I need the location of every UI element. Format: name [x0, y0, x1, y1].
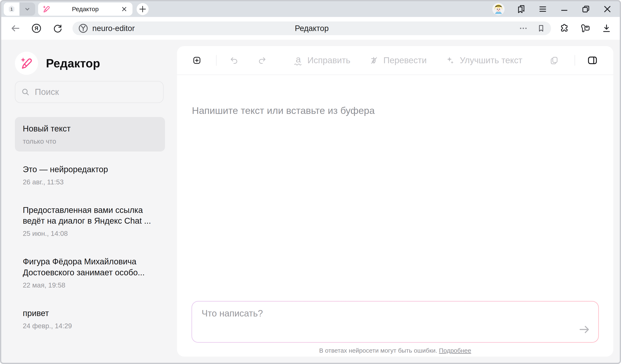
- magic-pencil-icon: [20, 56, 33, 70]
- tab-close-icon[interactable]: [120, 5, 128, 13]
- document-item[interactable]: Это — нейроредактор 26 авг., 11:53: [15, 158, 165, 192]
- editor-toolbar: а Исправить Перевести: [177, 46, 613, 75]
- toolbar-divider: [575, 55, 575, 66]
- sparkles-icon: [446, 56, 455, 65]
- password-manager-icon[interactable]: [580, 23, 590, 33]
- document-timestamp: 25 июн., 14:08: [23, 230, 157, 237]
- fix-text-label: Исправить: [307, 55, 350, 65]
- tab-active[interactable]: Редактор: [38, 2, 133, 16]
- ai-disclaimer: В ответах нейросети могут быть ошибки. П…: [177, 347, 613, 354]
- app-title: Редактор: [46, 56, 100, 70]
- tab-title: Редактор: [51, 6, 120, 13]
- tab-counter-button[interactable]: 1: [4, 2, 19, 16]
- url-bar-actions: [519, 24, 546, 33]
- url-text: neuro-editor: [92, 24, 135, 33]
- translate-icon: [370, 56, 379, 65]
- app-logo-row: Редактор: [15, 52, 177, 75]
- new-document-button[interactable]: [192, 56, 201, 65]
- document-timestamp: 22 мая, 19:58: [23, 281, 157, 289]
- tab-bar: 1 Редактор: [1, 1, 620, 17]
- editor-panel: а Исправить Перевести: [177, 46, 613, 357]
- bookmarks-panel-icon[interactable]: [516, 4, 526, 14]
- search-icon: [21, 88, 30, 96]
- fix-text-button[interactable]: а Исправить: [294, 55, 350, 65]
- prompt-box: [191, 301, 599, 343]
- translate-label: Перевести: [383, 55, 427, 65]
- svg-text:Я: Я: [34, 25, 38, 31]
- window-controls: [492, 3, 612, 15]
- side-panel-icon: [587, 55, 598, 66]
- document-timestamp: 24 февр., 14:29: [23, 322, 157, 330]
- prompt-input[interactable]: [201, 308, 567, 337]
- translate-button[interactable]: Перевести: [370, 55, 427, 65]
- document-timestamp: 26 авг., 11:53: [23, 178, 157, 186]
- learn-more-link[interactable]: Подробнее: [439, 347, 471, 354]
- undo-icon: [230, 56, 239, 65]
- add-icon: [192, 56, 201, 65]
- menu-icon[interactable]: [538, 4, 548, 14]
- copy-icon: [550, 56, 558, 65]
- document-title: Предоставленная вами ссылка ведёт на диа…: [23, 205, 157, 226]
- tab-list-dropdown-button[interactable]: [19, 2, 35, 16]
- spellcheck-icon: а: [294, 56, 302, 65]
- toggle-side-panel-button[interactable]: [587, 55, 598, 66]
- document-item[interactable]: Новый текст только что: [15, 117, 165, 152]
- send-icon[interactable]: [578, 323, 590, 335]
- document-title: Фигура Фёдора Михайловича Достоевского з…: [23, 256, 157, 278]
- nav-controls: Я: [10, 23, 63, 34]
- tab-counter-group: 1: [4, 2, 35, 16]
- downloads-icon[interactable]: [602, 23, 611, 33]
- browser-extensions: [559, 23, 611, 33]
- app-logo: [15, 52, 38, 75]
- improve-text-label: Улучшить текст: [460, 55, 522, 65]
- chevron-down-icon: [23, 5, 32, 13]
- browser-window: 1 Редактор: [0, 0, 621, 364]
- site-favicon: [78, 23, 89, 34]
- minimize-icon[interactable]: [559, 4, 569, 14]
- toolbar-divider: [216, 55, 217, 66]
- redo-button[interactable]: [258, 56, 266, 65]
- tab-counter-shield-icon: 1: [7, 4, 17, 14]
- copy-button[interactable]: [550, 56, 558, 65]
- document-title: привет: [23, 308, 157, 319]
- app-page: Редактор Новый текст только что Это — не…: [1, 40, 620, 363]
- bookmark-icon[interactable]: [536, 24, 546, 33]
- restore-window-icon[interactable]: [581, 4, 591, 14]
- document-item[interactable]: Фигура Фёдора Михайловича Достоевского з…: [15, 250, 165, 295]
- sidebar: Редактор Новый текст только что Это — не…: [1, 40, 177, 363]
- undo-button[interactable]: [230, 56, 239, 65]
- document-title: Это — нейроредактор: [23, 164, 157, 175]
- document-title: Новый текст: [23, 123, 157, 134]
- improve-text-button[interactable]: Улучшить текст: [446, 55, 522, 65]
- prompt-inner: [192, 301, 598, 342]
- editor-placeholder-text[interactable]: Напишите текст или вставьте из буфера: [192, 105, 375, 116]
- close-window-icon[interactable]: [602, 4, 612, 14]
- extensions-puzzle-icon[interactable]: [559, 23, 569, 33]
- magic-pencil-icon: [42, 5, 51, 13]
- search-input[interactable]: [34, 87, 157, 97]
- address-bar: Я neuro-editor Редактор: [1, 17, 620, 40]
- redo-icon: [258, 56, 266, 65]
- page-title: Редактор: [295, 24, 329, 33]
- document-timestamp: только что: [23, 138, 157, 145]
- more-actions-icon[interactable]: [519, 24, 528, 33]
- reload-icon[interactable]: [52, 23, 63, 33]
- document-item[interactable]: привет 24 февр., 14:29: [15, 301, 165, 336]
- yandex-home-icon[interactable]: Я: [31, 23, 42, 34]
- disclaimer-text: В ответах нейросети могут быть ошибки.: [319, 347, 439, 354]
- back-icon[interactable]: [10, 23, 20, 33]
- plus-icon: [138, 4, 147, 14]
- profile-avatar[interactable]: [492, 3, 505, 15]
- url-bar[interactable]: neuro-editor Редактор: [72, 21, 551, 35]
- document-item[interactable]: Предоставленная вами ссылка ведёт на диа…: [15, 198, 165, 244]
- new-tab-button[interactable]: [137, 3, 149, 15]
- search-box[interactable]: [15, 81, 164, 103]
- document-list: Новый текст только что Это — нейроредакт…: [1, 117, 177, 336]
- tab-count: 1: [10, 7, 13, 11]
